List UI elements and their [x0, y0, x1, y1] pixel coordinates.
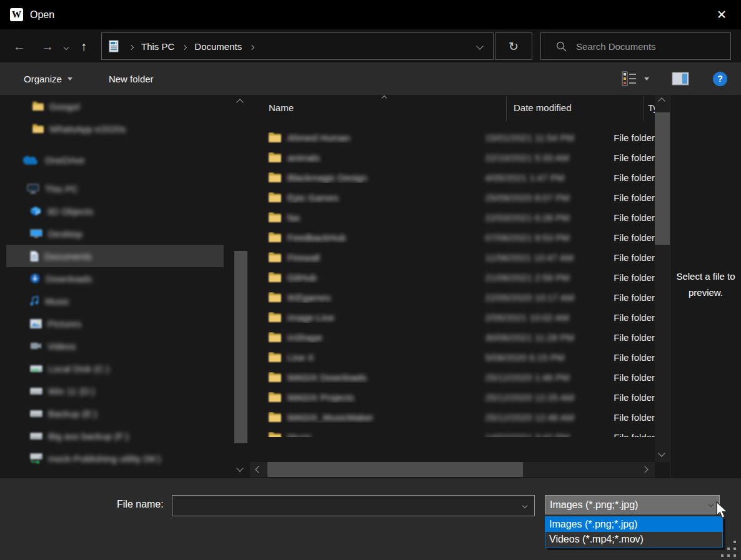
scroll-down-icon[interactable]: [236, 464, 243, 471]
sidebar-item-big-ass-backup-f[interactable]: Big ass backup (F:): [6, 425, 224, 447]
file-name-cell[interactable]: FeedbackHub: [250, 232, 485, 243]
sidebar-item-googol[interactable]: Googol: [6, 95, 224, 117]
file-row[interactable]: IKEgames 22/05/2020 10:17 AM File folder: [250, 287, 655, 307]
address-dropdown-chevron-icon[interactable]: [467, 33, 493, 59]
new-folder-button[interactable]: New folder: [109, 74, 154, 84]
sidebar-item-videos[interactable]: Videos: [6, 335, 224, 357]
toolbar-right: ?: [620, 71, 727, 87]
file-name-cell[interactable]: IKEgames: [250, 292, 485, 303]
sidebar-item-onedrive[interactable]: OneDrive: [6, 149, 224, 171]
up-button[interactable]: ↑: [81, 40, 87, 52]
file-type-select[interactable]: Images (*.png;*.jpg): [545, 495, 720, 514]
preview-pane-button[interactable]: [672, 72, 689, 86]
file-row[interactable]: Firewall 11/06/2021 10:47 AM File folder: [250, 247, 655, 267]
file-row[interactable]: animals 22/10/2021 5:33 AM File folder: [250, 147, 655, 167]
horizontal-scrollbar-thumb[interactable]: [267, 462, 523, 477]
sidebar-scrollbar-thumb[interactable]: [234, 251, 247, 443]
address-bar[interactable]: This PC Documents: [101, 32, 494, 60]
sidebar-item-this-pc[interactable]: This PC: [6, 177, 224, 200]
column-header-date-modified[interactable]: Date modified: [514, 102, 572, 113]
file-row[interactable]: Image-Line 2/05/2021 10:02 AM File folde…: [250, 307, 655, 327]
file-name-cell[interactable]: Image-Line: [250, 312, 485, 323]
search-box[interactable]: [540, 32, 731, 60]
forward-button[interactable]: →: [41, 40, 54, 52]
views-button[interactable]: [620, 71, 649, 87]
file-type-cell: File folder: [614, 232, 655, 243]
file-name-cell[interactable]: animals: [250, 152, 485, 163]
sidebar-item-backup-e[interactable]: Backup (E:): [6, 402, 224, 425]
column-header-type[interactable]: Type: [648, 102, 655, 113]
disk-net-icon: [30, 453, 42, 463]
file-row[interactable]: Epic Games 25/09/2020 8:07 PM File folde…: [250, 187, 655, 207]
organize-button[interactable]: Organize: [24, 74, 72, 84]
folder-icon: [269, 272, 281, 282]
file-name-cell[interactable]: Firewall: [250, 252, 485, 263]
file-date-cell: 4/05/2021 1:47 PM: [485, 172, 614, 183]
file-date-cell: 15/01/2021 11:54 PM: [485, 132, 614, 143]
file-name-cell[interactable]: fax: [250, 212, 485, 223]
sidebar-item-pictures[interactable]: Pictures: [6, 312, 224, 335]
file-name-cell[interactable]: Ahmed Human: [250, 132, 485, 143]
file-name-cell[interactable]: Epic Games: [250, 192, 485, 203]
file-row[interactable]: FeedbackHub 07/06/2021 9:53 PM File fold…: [250, 227, 655, 247]
file-type-cell: File folder: [614, 312, 655, 323]
breadcrumb-item[interactable]: This PC: [141, 41, 174, 52]
column-header-name[interactable]: Name: [269, 102, 294, 113]
file-row[interactable]: fax 22/03/2021 6:28 PM File folder: [250, 207, 655, 227]
sidebar-item-music[interactable]: Music: [6, 290, 224, 312]
file-name-cell[interactable]: MAGIX Projects: [250, 392, 485, 403]
file-row[interactable]: GitHub 21/06/2021 2:59 PM File folder: [250, 267, 655, 287]
sidebar-item-local-disk-c[interactable]: Local Disk (C:): [6, 357, 224, 380]
file-type-option[interactable]: Images (*.png;*.jpg): [545, 517, 722, 532]
sidebar-item-desktop[interactable]: Desktop: [6, 222, 224, 245]
file-name-dropdown-icon[interactable]: [522, 503, 527, 508]
file-list-scrollbar-thumb[interactable]: [655, 112, 670, 245]
file-row[interactable]: Music 14/02/2021 3:42 PM File folder: [250, 427, 655, 437]
scroll-down-icon[interactable]: [658, 449, 665, 456]
file-type-option[interactable]: Videos (*.mp4;*.mov): [545, 532, 722, 547]
sidebar-scrollbar[interactable]: [232, 95, 249, 477]
close-button[interactable]: ✕: [702, 0, 741, 29]
file-row[interactable]: MAGIX Downloads 25/12/2020 1:46 PM File …: [250, 367, 655, 387]
column-divider[interactable]: [644, 96, 644, 121]
file-row[interactable]: InShape 30/06/2021 11:28 PM File folder: [250, 327, 655, 347]
sidebar-item-3d-objects[interactable]: 3D Objects: [6, 200, 224, 222]
scroll-up-icon[interactable]: [658, 97, 665, 104]
refresh-button[interactable]: ↻: [495, 32, 532, 60]
file-row[interactable]: MAGIX_MusicMaker 25/12/2020 12:48 AM Fil…: [250, 407, 655, 427]
column-divider[interactable]: [506, 96, 507, 121]
file-row[interactable]: Blackmagic Design 4/05/2021 1:47 PM File…: [250, 167, 655, 187]
scroll-up-icon[interactable]: [236, 99, 243, 106]
scroll-right-icon[interactable]: [641, 466, 648, 473]
file-name-cell[interactable]: Line X: [250, 352, 485, 363]
file-name-text: MAGIX Projects: [287, 392, 354, 403]
file-row[interactable]: Line X 5/09/2020 6:15 PM File folder: [250, 347, 655, 367]
scroll-left-icon[interactable]: [255, 466, 262, 473]
breadcrumb-chevron-icon[interactable]: [250, 41, 254, 52]
file-name-text: Image-Line: [287, 312, 334, 323]
breadcrumb-item[interactable]: Documents: [194, 41, 242, 52]
back-button[interactable]: ←: [13, 40, 26, 52]
file-name-cell[interactable]: Music: [250, 432, 485, 438]
horizontal-scrollbar[interactable]: [250, 462, 655, 477]
sidebar-item-downloads[interactable]: Downloads: [6, 267, 224, 290]
file-name-combobox[interactable]: [172, 495, 535, 516]
recent-locations-chevron-icon[interactable]: [64, 41, 68, 52]
folder-icon: [269, 132, 281, 142]
file-row[interactable]: Ahmed Human 15/01/2021 11:54 PM File fol…: [250, 127, 655, 147]
file-name-cell[interactable]: Blackmagic Design: [250, 172, 485, 183]
views-dropdown-icon[interactable]: [644, 77, 649, 81]
help-button[interactable]: ?: [713, 72, 727, 86]
file-name-cell[interactable]: MAGIX_MusicMaker: [250, 412, 485, 423]
sidebar-item-whatsapp-e2020s[interactable]: WhatsApp e2020s: [6, 117, 224, 140]
file-row[interactable]: MAGIX Projects 25/12/2020 12:25 AM File …: [250, 387, 655, 407]
file-name-cell[interactable]: MAGIX Downloads: [250, 372, 485, 383]
file-name-cell[interactable]: InShape: [250, 332, 485, 343]
file-name-input[interactable]: [172, 496, 523, 516]
sidebar-item-win-11-d[interactable]: Win 11 (D:): [6, 380, 224, 402]
file-list-scrollbar[interactable]: [655, 95, 670, 462]
sidebar-item-documents[interactable]: Documents: [6, 245, 224, 267]
sidebar-item-mock-publishing-utility-w[interactable]: mock-Publishing utility (W:): [6, 447, 224, 469]
file-name-cell[interactable]: GitHub: [250, 272, 485, 283]
search-input[interactable]: [576, 41, 720, 52]
